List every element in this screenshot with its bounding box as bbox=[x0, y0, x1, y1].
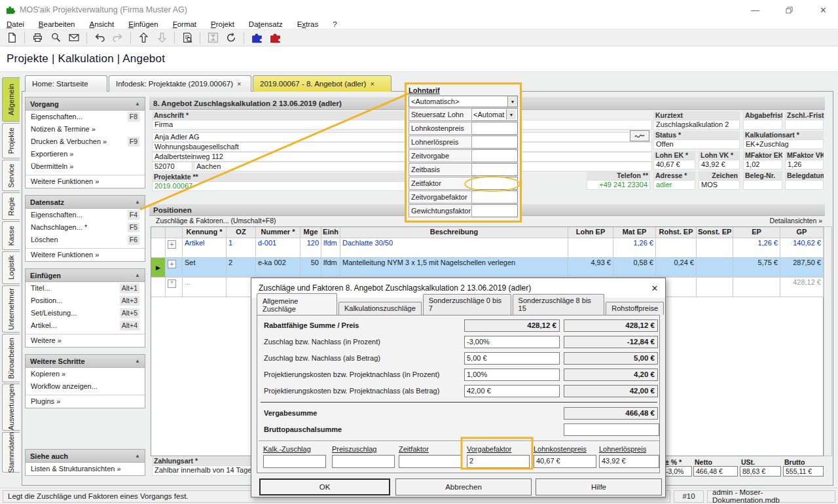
vorgabefaktor-input[interactable]: 2 bbox=[467, 455, 530, 468]
dialog-close-icon[interactable]: ✕ bbox=[644, 278, 665, 298]
column-header[interactable]: GP bbox=[780, 227, 824, 238]
sidebar-item-drucken-verbuchen[interactable]: Drucken & Verbuchen »F9 bbox=[26, 135, 145, 148]
kalkulationsart-field[interactable]: EK+Zuschlag bbox=[743, 139, 824, 149]
cell-einh[interactable]: lfdm bbox=[321, 258, 340, 278]
zuschlaege-faktoren-link[interactable]: Zuschläge & Faktoren... (Umschalt+F8) bbox=[156, 217, 276, 225]
kurztext-field[interactable]: Zuschlagskalkulation 2 bbox=[653, 120, 740, 130]
sidebar-item-loeschen[interactable]: LöschenF6 bbox=[26, 234, 145, 246]
cell-beschreibung[interactable]: Mantelleitung NYM 3 x 1,5 mit Nagelschel… bbox=[340, 258, 568, 278]
help-button[interactable]: Hilfe bbox=[536, 478, 662, 495]
expand-icon[interactable]: + bbox=[168, 260, 176, 268]
sidebar-item-weitere-funktionen[interactable]: Weitere Funktionen » bbox=[26, 175, 145, 188]
lohnkostenpreis-input[interactable]: 40,67 € bbox=[534, 455, 596, 468]
cell-oz[interactable]: 1 bbox=[227, 238, 256, 258]
projektierungskosten-betrag-input[interactable]: 42,00 € bbox=[464, 385, 560, 397]
side-tab-projekte[interactable]: Projekte bbox=[2, 123, 20, 158]
ort-field[interactable]: Aachen bbox=[194, 162, 406, 171]
cell-gp[interactable]: 140,62 € bbox=[780, 238, 824, 258]
table-row[interactable]: + Artikel 1 d-001 120 lfdm Dachlatte 30/… bbox=[151, 238, 823, 258]
projektierungskosten-prozent-input[interactable]: 1,00% bbox=[464, 369, 560, 381]
panel-header[interactable]: Weitere Schritte▲ bbox=[26, 355, 145, 368]
menu-bearbeiten[interactable]: Bearbeiten bbox=[39, 20, 75, 28]
anschrift-line-3[interactable]: Wohnungsbaugesellschaft bbox=[152, 142, 406, 152]
side-tab-stammdaten[interactable]: Stammdaten bbox=[2, 432, 20, 473]
cell-beschreibung[interactable]: Dachlatte 30/50 bbox=[340, 238, 568, 258]
cell-kennung[interactable]: Artikel bbox=[183, 238, 227, 258]
panel-header[interactable]: Einfügen▲ bbox=[26, 269, 145, 282]
cell-nummer[interactable]: d-001 bbox=[256, 238, 301, 258]
sidebar-item-workflow[interactable]: Workflow anzeigen... bbox=[26, 380, 145, 393]
cell-lohn-ep[interactable]: 4,93 € bbox=[568, 258, 613, 278]
dialog-tab-rohstoffpreise[interactable]: Rohstoffpreise bbox=[606, 302, 664, 315]
mfaktor-ek-field[interactable]: 1,02 bbox=[743, 160, 782, 170]
collapse-icon[interactable]: ▲ bbox=[135, 272, 140, 278]
expand-cell[interactable]: + bbox=[166, 258, 183, 278]
menu-datensatz[interactable]: Datensatz bbox=[249, 20, 283, 28]
column-header[interactable]: Einh bbox=[321, 227, 340, 238]
cell-lohn-ep[interactable] bbox=[568, 238, 613, 258]
cell-ep[interactable]: 5,75 € bbox=[733, 258, 780, 278]
zeitfaktor-input[interactable] bbox=[399, 455, 462, 468]
table-row-selected[interactable]: ▶ + Set 2 e-ka 002 50 lfdm Mantelleitung… bbox=[151, 258, 823, 278]
lohn-ek-field[interactable]: 40,67 € bbox=[653, 160, 695, 170]
cell-ep[interactable]: 1,26 € bbox=[733, 238, 780, 258]
sidebar-item-artikel[interactable]: Artikel...Alt+4 bbox=[26, 319, 145, 332]
side-tab-service[interactable]: Service bbox=[2, 160, 20, 191]
cell-ep[interactable] bbox=[733, 278, 780, 297]
collapse-icon[interactable]: ▲ bbox=[135, 101, 140, 107]
sidebar-item-nachschlagen[interactable]: Nachschlagen... *F5 bbox=[26, 221, 145, 234]
adresse-field[interactable]: adler bbox=[653, 180, 695, 190]
side-tab-kasse[interactable]: Kasse bbox=[2, 221, 20, 250]
zeitbasis-field[interactable] bbox=[472, 163, 518, 176]
column-header[interactable]: Kennung * bbox=[183, 227, 227, 238]
zeitvorgabefaktor-field[interactable] bbox=[472, 190, 518, 204]
telefon-field[interactable]: +49 241 23304 bbox=[587, 180, 650, 190]
lohntarif-combo[interactable]: <Automatisch> ▼ bbox=[409, 96, 518, 107]
sidebar-item-ds-eigenschaften[interactable]: Eigenschaften...F4 bbox=[26, 209, 145, 221]
lohnerloespreis-field[interactable] bbox=[472, 135, 518, 149]
ok-button[interactable]: OK bbox=[259, 478, 390, 495]
cell-nummer[interactable]: e-ka 002 bbox=[256, 258, 301, 278]
sidebar-item-kopieren[interactable]: Kopieren » bbox=[26, 368, 145, 380]
tab-infodesk[interactable]: Infodesk: Projektakte (2019.00067) × bbox=[109, 75, 251, 92]
tab-angebot-active[interactable]: 2019.00067 - 8. Angebot (adler) × bbox=[253, 75, 392, 92]
minimize-button[interactable]: — bbox=[740, 0, 770, 20]
column-header[interactable]: Mge bbox=[301, 227, 321, 238]
formatted-text-button[interactable] bbox=[630, 130, 649, 141]
menu-projekt[interactable]: Projekt bbox=[211, 20, 234, 28]
cell-mat-ep[interactable]: 1,26 € bbox=[613, 238, 656, 258]
tab-close-icon[interactable]: × bbox=[237, 80, 241, 88]
anschrift-line-4[interactable]: Adalbertsteinweg 112 bbox=[152, 152, 406, 162]
side-tab-unternehmer[interactable]: Unternehmer bbox=[2, 285, 20, 333]
zeichen-field[interactable]: MOS bbox=[699, 180, 740, 190]
print-preview-icon[interactable] bbox=[48, 31, 64, 45]
detailansichten-link[interactable]: Detailansichten » bbox=[753, 217, 822, 225]
sidebar-item-exportieren[interactable]: Exportieren » bbox=[26, 148, 145, 160]
projektakte-field[interactable]: 2019.00067 bbox=[152, 181, 406, 191]
menu-einfuegen[interactable]: Einfügen bbox=[128, 20, 158, 28]
zschl-frist-field[interactable] bbox=[785, 120, 824, 130]
chevron-down-icon[interactable]: ▼ bbox=[506, 109, 516, 120]
preiszuschlag-input[interactable] bbox=[332, 455, 395, 468]
cell-sonst-ep[interactable] bbox=[697, 278, 733, 297]
side-tab-bueroarbeiten[interactable]: Büroarbeiten bbox=[2, 334, 20, 382]
lohn-vk-field[interactable]: 43,92 € bbox=[699, 160, 740, 170]
cell-rohst-ep[interactable]: 0,24 € bbox=[656, 258, 697, 278]
panel-header[interactable]: Siehe auch▲ bbox=[26, 450, 145, 463]
row-indicator[interactable] bbox=[151, 278, 166, 297]
zeitfaktor-field[interactable] bbox=[472, 177, 518, 190]
zeitvorgabe-field[interactable] bbox=[472, 149, 518, 162]
cell-gp[interactable]: 287,50 € bbox=[780, 258, 824, 278]
collapse-icon[interactable]: ▲ bbox=[135, 453, 140, 459]
expand-cell[interactable]: * bbox=[166, 278, 183, 297]
lohnerloespreis-input[interactable]: 43,92 € bbox=[599, 455, 659, 468]
cell-einh[interactable]: lfdm bbox=[321, 238, 340, 258]
chevron-down-icon[interactable]: ▼ bbox=[507, 96, 517, 107]
sidebar-item-titel[interactable]: Titel...Alt+1 bbox=[26, 282, 145, 295]
sidebar-item-position[interactable]: Position...Alt+3 bbox=[26, 295, 145, 307]
anschrift-line-2[interactable]: Anja Adler AG bbox=[152, 132, 406, 142]
dialog-tab-sonderzuschlaege-8-15[interactable]: Sonderzuschläge 8 bis 15 bbox=[513, 294, 605, 315]
cancel-button[interactable]: Abbrechen bbox=[395, 478, 532, 495]
plz-field[interactable]: 52070 bbox=[152, 162, 192, 171]
dialog-tab-allgemeine-zuschlaege[interactable]: Allgemeine Zuschläge bbox=[257, 293, 337, 315]
